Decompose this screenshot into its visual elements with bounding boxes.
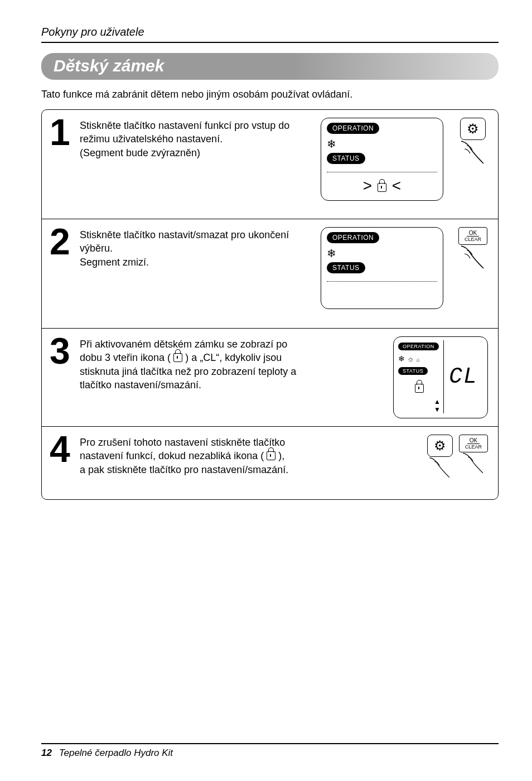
intro-text: Tato funkce má zabránit dětem nebo jiným… [41, 89, 499, 100]
step-3-line2a: dobu 3 vteřin ikona ( [80, 352, 171, 363]
step-3-number: 3 [50, 336, 76, 366]
panel-right: CL [444, 340, 483, 413]
step-2-line3: Segment zmizí. [80, 257, 149, 268]
ok-button-with-hand: OK CLEAR [459, 435, 488, 477]
footer-rule [41, 743, 499, 744]
ok-label-bottom: CLEAR [465, 237, 481, 242]
snowflake-icon: ❄ [327, 138, 336, 150]
page-footer: 12 Tepelné čerpadlo Hydro Kit [41, 743, 499, 759]
step-4-number: 4 [50, 435, 76, 464]
cl-segment: CL [449, 364, 478, 389]
sun-icon: ☼ [407, 354, 414, 363]
step-3-graphic: OPERATION ❄ ☼ ⌂ STATUS ▲▼ [393, 336, 488, 418]
section-title: Dětský zámek [54, 56, 164, 75]
panel-left: OPERATION ❄ ☼ ⌂ STATUS ▲▼ [398, 340, 444, 413]
lock-icon [173, 353, 182, 362]
operation-pill: OPERATION [398, 343, 439, 350]
step-3-line1: Při aktivovaném dětském zámku se zobrazí… [80, 339, 287, 350]
ok-label-top: OK [467, 438, 480, 444]
steps-container: 1 Stiskněte tlačítko nastavení funkcí pr… [41, 109, 499, 500]
step-1-line1: Stiskněte tlačítko nastavení funkcí pro … [80, 120, 289, 131]
step-2-number: 2 [50, 227, 76, 257]
step-2-line1: Stiskněte tlačítko nastavit/smazat pro u… [80, 229, 289, 240]
mode-row: ❄ [327, 248, 437, 259]
mode-row: ❄ ☼ ⌂ [398, 355, 440, 363]
display-panel-3: OPERATION ❄ ☼ ⌂ STATUS ▲▼ [393, 336, 488, 418]
step-3-line3: stisknuta jiná tlačítka než pro zobrazen… [80, 366, 296, 377]
status-pill: STATUS [398, 367, 428, 375]
step-4-text: Pro zrušení tohoto nastavení stiskněte t… [80, 435, 427, 476]
house-auto-icon: ⌂ [417, 356, 420, 363]
step-2-graphic: OPERATION ❄ STATUS OK CLEAR [321, 227, 488, 309]
running-header: Pokyny pro uživatele [41, 26, 499, 38]
operation-pill: OPERATION [327, 232, 379, 243]
section-title-bar: Dětský zámek [41, 53, 499, 80]
snowflake-icon: ❄ [327, 247, 336, 259]
lock-icon-highlighted [363, 177, 401, 194]
status-pill: STATUS [327, 153, 365, 164]
step-1: 1 Stiskněte tlačítko nastavení funkcí pr… [42, 110, 498, 219]
gear-button-with-hand [427, 435, 453, 481]
ok-label-top: OK [467, 230, 479, 237]
step-4: 4 Pro zrušení tohoto nastavení stiskněte… [42, 427, 498, 499]
hand-pointer-icon [458, 243, 488, 273]
hand-pointer-icon [458, 138, 488, 168]
step-3: 3 Při aktivovaném dětském zámku se zobra… [42, 329, 498, 427]
display-panel-1: OPERATION ❄ STATUS [321, 118, 443, 201]
step-1-number: 1 [50, 118, 76, 147]
hand-pointer-icon [460, 450, 487, 477]
footer-text: 12 Tepelné čerpadlo Hydro Kit [41, 748, 499, 759]
hand-pointer-icon [427, 455, 453, 481]
up-down-arrows-icon: ▲▼ [398, 398, 440, 413]
step-3-line4: tlačítko nastavení/smazání. [80, 379, 201, 390]
ok-button-with-hand: OK CLEAR [458, 227, 488, 273]
step-2-line2: výběru. [80, 243, 113, 254]
step-3-line2b: ) a „CL“, kdykoliv jsou [185, 352, 282, 363]
status-pill: STATUS [327, 262, 365, 273]
page: Pokyny pro uživatele Dětský zámek Tato f… [0, 0, 532, 781]
step-4-line2a: nastavení funkcí, dokud nezabliká ikona … [80, 450, 264, 461]
step-4-line1: Pro zrušení tohoto nastavení stiskněte t… [80, 437, 285, 448]
mode-row: ❄ [327, 138, 437, 150]
product-name: Tepelné čerpadlo Hydro Kit [59, 748, 173, 758]
highlighted-segment [327, 177, 437, 195]
lock-icon [415, 384, 424, 393]
snowflake-icon: ❄ [398, 354, 405, 363]
step-1-line3: (Segment bude zvýrazněn) [80, 147, 200, 158]
step-4-line3: a pak stiskněte tlačítko pro nastavení/s… [80, 464, 288, 475]
operation-pill: OPERATION [327, 123, 379, 134]
step-1-text: Stiskněte tlačítko nastavení funkcí pro … [80, 118, 321, 160]
panel-divider [327, 172, 437, 172]
ok-label-bottom: CLEAR [465, 444, 482, 450]
lock-indicator [398, 383, 440, 394]
gear-button-with-hand [458, 118, 488, 168]
settings-button[interactable] [460, 118, 486, 140]
step-1-line2: režimu uživatelského nastavení. [80, 133, 223, 144]
settings-button[interactable] [427, 435, 453, 457]
page-number: 12 [41, 748, 52, 758]
lock-icon [378, 183, 386, 192]
display-panel-2: OPERATION ❄ STATUS [321, 227, 443, 309]
step-4-line2b: ), [278, 450, 284, 461]
step-2-text: Stiskněte tlačítko nastavit/smazat pro u… [80, 227, 321, 269]
step-1-graphic: OPERATION ❄ STATUS [321, 118, 488, 201]
header-rule [41, 42, 499, 43]
lock-icon [267, 451, 275, 460]
step-2: 2 Stiskněte tlačítko nastavit/smazat pro… [42, 219, 498, 329]
step-3-text: Při aktivovaném dětském zámku se zobrazí… [80, 336, 393, 392]
step-4-graphic: OK CLEAR [427, 435, 488, 481]
